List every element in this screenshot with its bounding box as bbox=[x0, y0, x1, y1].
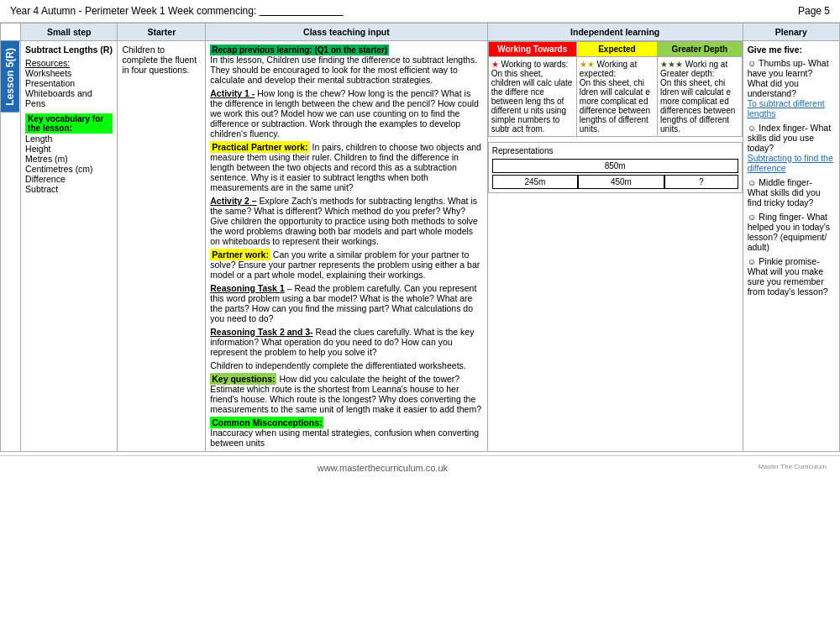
practical-label: Practical Partner work: bbox=[210, 141, 309, 153]
wt-header: Working Towards bbox=[488, 42, 576, 57]
index-section: ☺ Index finger- What skills did you use … bbox=[748, 123, 835, 173]
gd-header: Greater Depth bbox=[658, 42, 743, 57]
differentiated-text: Children to independently complete the d… bbox=[210, 360, 466, 370]
activity1-label: Activity 1 - bbox=[210, 88, 255, 98]
header-right: Page 5 bbox=[798, 5, 830, 17]
misconceptions-section: Common Misconceptions: Inaccuracy when u… bbox=[210, 417, 482, 448]
wt-label: Working to wards: bbox=[501, 60, 568, 69]
representations-label: Representations bbox=[492, 146, 738, 155]
small-step-title: Subtract Lengths (R) bbox=[25, 45, 113, 55]
lesson-label: Lesson 5(R) bbox=[1, 41, 19, 113]
thumb-section: ☺ Thumbs up- What have you learnt? What … bbox=[748, 58, 835, 118]
small-step-cell: Subtract Lengths (R) Resources: Workshee… bbox=[21, 41, 118, 452]
reasoning23-label: Reasoning Task 2 and 3- bbox=[210, 327, 312, 337]
col-teaching: Class teaching input bbox=[206, 24, 487, 41]
header-blank bbox=[260, 5, 344, 17]
footer-url: www.masterthecurriculum.co.uk bbox=[318, 463, 448, 473]
gd-content: ★★★ Worki ng at Greater depth: On this s… bbox=[658, 57, 743, 137]
activity2-label: Activity 2 – bbox=[210, 196, 256, 206]
plenary-cell: Give me five: ☺ Thumbs up- What have you… bbox=[743, 41, 839, 452]
exp-header: Expected bbox=[576, 42, 657, 57]
index-label: Index finger- What skills did you use to… bbox=[748, 123, 831, 153]
bar-right: ? bbox=[664, 175, 738, 189]
col-plenary: Plenary bbox=[743, 24, 839, 41]
col-small-step: Small step bbox=[21, 24, 118, 41]
key-vocab-section: Key vocabulary for the lesson: LengthHei… bbox=[25, 113, 113, 194]
reasoning1-section: Reasoning Task 1 – Read the problem care… bbox=[210, 283, 482, 323]
representations-box: Representations 850m 245m 450m ? bbox=[488, 142, 743, 193]
main-table: Small step Starter Class teaching input … bbox=[0, 23, 840, 452]
partner-section: Partner work: Can you write a similar pr… bbox=[210, 249, 482, 280]
key-questions-section: Key questions: How did you calculate the… bbox=[210, 374, 482, 414]
index-icon: ☺ bbox=[748, 123, 757, 133]
header-left-text: Year 4 Autumn - Perimeter Week 1 Week co… bbox=[10, 5, 256, 17]
thumb-icon: ☺ bbox=[748, 58, 757, 68]
index-link: Subtracting to find the difference bbox=[748, 153, 833, 173]
activity1-section: Activity 1 - How long is the chew? How l… bbox=[210, 88, 482, 139]
independent-table: Working Towards Expected Greater Depth bbox=[488, 41, 743, 137]
exp-desc: On this sheet, chi ldren will calculat e… bbox=[580, 78, 650, 134]
pinkie-label: Pinkie promise- What will you make sure … bbox=[748, 256, 828, 297]
bar-left: 245m bbox=[492, 175, 579, 189]
page-footer: www.masterthecurriculum.co.uk Master The… bbox=[0, 455, 840, 480]
ring-section: ☺ Ring finger- What helped you in today'… bbox=[748, 212, 835, 252]
starter-cell: Children to complete the fluent in four … bbox=[118, 41, 206, 452]
independent-cell: Working Towards Expected Greater Depth bbox=[487, 41, 743, 452]
resources-label: Resources: bbox=[25, 58, 70, 68]
thumb-link: To subtract different lengths bbox=[748, 98, 825, 118]
lesson-col-header bbox=[1, 24, 21, 41]
page-header: Year 4 Autumn - Perimeter Week 1 Week co… bbox=[0, 0, 840, 23]
key-questions-label: Key questions: bbox=[210, 373, 276, 385]
starter-text: Children to complete the fluent in four … bbox=[122, 45, 197, 75]
resources-text: Worksheets Presentation Whiteboards and … bbox=[25, 68, 92, 108]
partner-label: Partner work: bbox=[210, 249, 270, 260]
pinkie-icon: ☺ bbox=[748, 256, 757, 266]
bar-bottom-row: 245m 450m ? bbox=[492, 175, 738, 189]
footer-logo: Master The Curriculum bbox=[759, 463, 827, 470]
exp-stars: ★★ bbox=[580, 60, 595, 69]
activity2-section: Activity 2 – Explore Zach's methods for … bbox=[210, 196, 482, 246]
resources-section: Resources: Worksheets Presentation White… bbox=[25, 58, 113, 108]
exp-content: ★★ Working at expected: On this sheet, c… bbox=[576, 57, 657, 137]
plenary-title: Give me five: bbox=[748, 45, 835, 55]
header-left: Year 4 Autumn - Perimeter Week 1 Week co… bbox=[10, 5, 344, 17]
differentiated-section: Children to independently complete the d… bbox=[210, 360, 482, 370]
middle-label: Middle finger- What skills did you find … bbox=[748, 177, 821, 207]
col-independent: Independent learning bbox=[487, 24, 743, 41]
vocab-list: LengthHeightMetres (m)Centimetres (cm)Di… bbox=[25, 134, 93, 194]
ring-label: Ring finger- What helped you in today's … bbox=[748, 212, 830, 252]
teaching-cell: Recap previous learning: (Q1 on the star… bbox=[206, 41, 487, 452]
ring-icon: ☺ bbox=[748, 212, 757, 222]
reasoning1-label: Reasoning Task 1 bbox=[210, 283, 285, 293]
bar-top: 850m bbox=[492, 159, 738, 173]
pinkie-section: ☺ Pinkie promise- What will you make sur… bbox=[748, 256, 835, 297]
wt-content: ★ Working to wards: On this sheet, child… bbox=[488, 57, 576, 137]
middle-section: ☺ Middle finger- What skills did you fin… bbox=[748, 177, 835, 207]
gd-desc: On this sheet, chi ldren will calculat e… bbox=[660, 78, 735, 134]
thumb-label: Thumbs up- What have you learnt? What di… bbox=[748, 58, 829, 98]
key-vocab-label: Key vocabulary for the lesson: bbox=[25, 113, 113, 134]
wt-stars: ★ bbox=[491, 60, 499, 69]
col-starter: Starter bbox=[118, 24, 206, 41]
middle-icon: ☺ bbox=[748, 177, 757, 187]
misconceptions-label: Common Misconceptions: bbox=[210, 417, 323, 428]
bar-mid: 450m bbox=[578, 175, 664, 189]
practical-section: Practical Partner work: In pairs, childr… bbox=[210, 142, 482, 192]
recap-section: Recap previous learning: (Q1 on the star… bbox=[210, 45, 482, 85]
intro-text: In this lesson, Children use finding the… bbox=[210, 55, 477, 85]
wt-desc: On this sheet, children will calc ulate … bbox=[491, 69, 573, 134]
lesson-label-cell: Lesson 5(R) bbox=[1, 41, 21, 452]
gd-stars: ★★★ bbox=[660, 60, 683, 69]
misconceptions-text: Inaccuracy when using mental strategies,… bbox=[210, 428, 479, 448]
reasoning23-section: Reasoning Task 2 and 3- Read the clues c… bbox=[210, 327, 482, 357]
